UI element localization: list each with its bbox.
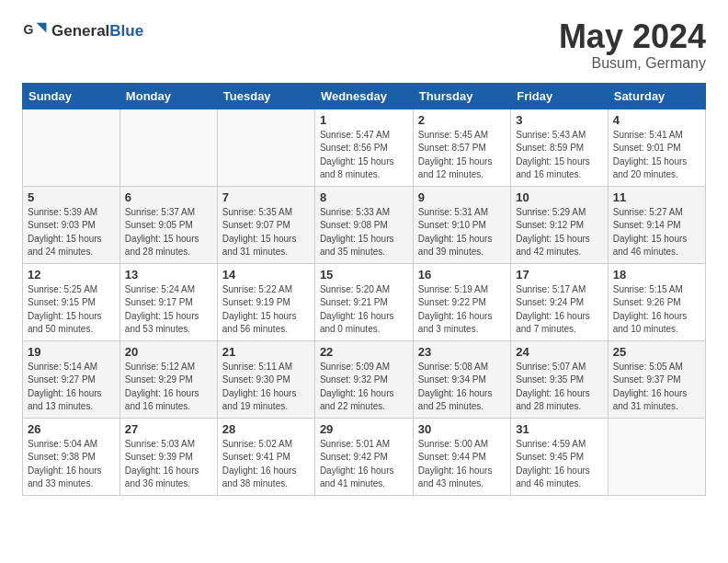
calendar-cell: 8Sunrise: 5:33 AM Sunset: 9:08 PM Daylig…	[314, 186, 413, 263]
calendar-cell: 19Sunrise: 5:14 AM Sunset: 9:27 PM Dayli…	[23, 340, 120, 418]
day-info: Sunrise: 5:12 AM Sunset: 9:29 PM Dayligh…	[125, 361, 212, 414]
logo: G GeneralBlue	[22, 18, 143, 44]
day-info: Sunrise: 5:41 AM Sunset: 9:01 PM Dayligh…	[613, 129, 700, 182]
day-number: 16	[418, 268, 506, 282]
day-number: 4	[613, 113, 700, 127]
day-number: 26	[28, 422, 115, 436]
day-number: 24	[516, 345, 603, 359]
calendar-week-row: 12Sunrise: 5:25 AM Sunset: 9:15 PM Dayli…	[23, 263, 706, 340]
calendar-cell: 4Sunrise: 5:41 AM Sunset: 9:01 PM Daylig…	[608, 109, 705, 186]
calendar-cell: 21Sunrise: 5:11 AM Sunset: 9:30 PM Dayli…	[217, 340, 314, 418]
day-number: 30	[418, 422, 506, 436]
day-info: Sunrise: 5:15 AM Sunset: 9:26 PM Dayligh…	[613, 283, 700, 337]
calendar-cell: 7Sunrise: 5:35 AM Sunset: 9:07 PM Daylig…	[217, 186, 314, 263]
location-subtitle: Busum, Germany	[559, 55, 706, 72]
calendar-cell	[608, 418, 705, 495]
weekday-header-saturday: Saturday	[608, 83, 705, 109]
page-header: G GeneralBlue May 2024 Busum, Germany	[22, 18, 706, 72]
day-number: 6	[125, 190, 212, 204]
calendar-week-row: 19Sunrise: 5:14 AM Sunset: 9:27 PM Dayli…	[23, 340, 706, 418]
weekday-header-tuesday: Tuesday	[217, 83, 314, 109]
day-number: 3	[516, 113, 603, 127]
day-number: 31	[516, 422, 603, 436]
calendar-cell: 25Sunrise: 5:05 AM Sunset: 9:37 PM Dayli…	[608, 340, 705, 418]
day-number: 22	[320, 345, 408, 359]
calendar-cell: 2Sunrise: 5:45 AM Sunset: 8:57 PM Daylig…	[413, 109, 510, 186]
day-info: Sunrise: 5:05 AM Sunset: 9:37 PM Dayligh…	[613, 361, 700, 414]
day-number: 23	[418, 345, 506, 359]
day-info: Sunrise: 5:27 AM Sunset: 9:14 PM Dayligh…	[613, 206, 700, 259]
calendar-cell	[23, 109, 120, 186]
month-title: May 2024	[559, 18, 706, 55]
day-info: Sunrise: 5:37 AM Sunset: 9:05 PM Dayligh…	[125, 206, 212, 259]
day-info: Sunrise: 5:09 AM Sunset: 9:32 PM Dayligh…	[320, 361, 408, 414]
calendar-week-row: 5Sunrise: 5:39 AM Sunset: 9:03 PM Daylig…	[23, 186, 706, 263]
day-info: Sunrise: 5:22 AM Sunset: 9:19 PM Dayligh…	[222, 283, 310, 337]
calendar-cell: 23Sunrise: 5:08 AM Sunset: 9:34 PM Dayli…	[413, 340, 510, 418]
calendar-cell: 16Sunrise: 5:19 AM Sunset: 9:22 PM Dayli…	[413, 263, 510, 340]
day-info: Sunrise: 5:29 AM Sunset: 9:12 PM Dayligh…	[516, 206, 603, 259]
day-info: Sunrise: 4:59 AM Sunset: 9:45 PM Dayligh…	[516, 438, 603, 491]
calendar-cell: 18Sunrise: 5:15 AM Sunset: 9:26 PM Dayli…	[608, 263, 705, 340]
day-number: 28	[222, 422, 310, 436]
calendar-cell: 17Sunrise: 5:17 AM Sunset: 9:24 PM Dayli…	[511, 263, 609, 340]
day-info: Sunrise: 5:08 AM Sunset: 9:34 PM Dayligh…	[418, 361, 506, 414]
calendar-cell: 28Sunrise: 5:02 AM Sunset: 9:41 PM Dayli…	[217, 418, 314, 495]
calendar-cell: 6Sunrise: 5:37 AM Sunset: 9:05 PM Daylig…	[119, 186, 217, 263]
day-number: 1	[320, 113, 408, 127]
day-info: Sunrise: 5:00 AM Sunset: 9:44 PM Dayligh…	[418, 438, 506, 491]
calendar-cell: 1Sunrise: 5:47 AM Sunset: 8:56 PM Daylig…	[314, 109, 413, 186]
calendar-week-row: 26Sunrise: 5:04 AM Sunset: 9:38 PM Dayli…	[23, 418, 706, 495]
day-info: Sunrise: 5:04 AM Sunset: 9:38 PM Dayligh…	[28, 438, 115, 491]
day-info: Sunrise: 5:01 AM Sunset: 9:42 PM Dayligh…	[320, 438, 408, 491]
calendar-cell	[217, 109, 314, 186]
calendar-cell: 9Sunrise: 5:31 AM Sunset: 9:10 PM Daylig…	[413, 186, 510, 263]
logo-icon: G	[22, 18, 48, 44]
day-number: 14	[222, 268, 310, 282]
day-number: 7	[222, 190, 310, 204]
day-info: Sunrise: 5:03 AM Sunset: 9:39 PM Dayligh…	[125, 438, 212, 491]
weekday-header-thursday: Thursday	[413, 83, 510, 109]
day-number: 11	[613, 190, 700, 204]
calendar-table: SundayMondayTuesdayWednesdayThursdayFrid…	[22, 83, 706, 496]
day-info: Sunrise: 5:43 AM Sunset: 8:59 PM Dayligh…	[516, 129, 603, 182]
calendar-cell: 12Sunrise: 5:25 AM Sunset: 9:15 PM Dayli…	[23, 263, 120, 340]
weekday-header-wednesday: Wednesday	[314, 83, 413, 109]
day-number: 27	[125, 422, 212, 436]
calendar-cell: 10Sunrise: 5:29 AM Sunset: 9:12 PM Dayli…	[511, 186, 609, 263]
day-number: 8	[320, 190, 408, 204]
calendar-cell: 26Sunrise: 5:04 AM Sunset: 9:38 PM Dayli…	[23, 418, 120, 495]
weekday-header-monday: Monday	[119, 83, 217, 109]
weekday-header-friday: Friday	[511, 83, 609, 109]
day-number: 5	[28, 190, 115, 204]
weekday-header-sunday: Sunday	[23, 83, 120, 109]
calendar-cell: 27Sunrise: 5:03 AM Sunset: 9:39 PM Dayli…	[119, 418, 217, 495]
day-number: 10	[516, 190, 603, 204]
calendar-cell	[119, 109, 217, 186]
svg-text:G: G	[24, 22, 34, 37]
day-info: Sunrise: 5:31 AM Sunset: 9:10 PM Dayligh…	[418, 206, 506, 259]
calendar-cell: 14Sunrise: 5:22 AM Sunset: 9:19 PM Dayli…	[217, 263, 314, 340]
day-info: Sunrise: 5:47 AM Sunset: 8:56 PM Dayligh…	[320, 129, 408, 182]
day-number: 20	[125, 345, 212, 359]
calendar-cell: 15Sunrise: 5:20 AM Sunset: 9:21 PM Dayli…	[314, 263, 413, 340]
day-info: Sunrise: 5:24 AM Sunset: 9:17 PM Dayligh…	[125, 283, 212, 337]
day-info: Sunrise: 5:35 AM Sunset: 9:07 PM Dayligh…	[222, 206, 310, 259]
day-info: Sunrise: 5:45 AM Sunset: 8:57 PM Dayligh…	[418, 129, 506, 182]
calendar-cell: 5Sunrise: 5:39 AM Sunset: 9:03 PM Daylig…	[23, 186, 120, 263]
day-number: 15	[320, 268, 408, 282]
day-number: 18	[613, 268, 700, 282]
day-info: Sunrise: 5:02 AM Sunset: 9:41 PM Dayligh…	[222, 438, 310, 491]
title-block: May 2024 Busum, Germany	[559, 18, 706, 72]
day-info: Sunrise: 5:33 AM Sunset: 9:08 PM Dayligh…	[320, 206, 408, 259]
calendar-cell: 11Sunrise: 5:27 AM Sunset: 9:14 PM Dayli…	[608, 186, 705, 263]
day-number: 9	[418, 190, 506, 204]
calendar-cell: 13Sunrise: 5:24 AM Sunset: 9:17 PM Dayli…	[119, 263, 217, 340]
calendar-cell: 24Sunrise: 5:07 AM Sunset: 9:35 PM Dayli…	[511, 340, 609, 418]
day-number: 2	[418, 113, 506, 127]
calendar-cell: 20Sunrise: 5:12 AM Sunset: 9:29 PM Dayli…	[119, 340, 217, 418]
day-number: 13	[125, 268, 212, 282]
day-info: Sunrise: 5:25 AM Sunset: 9:15 PM Dayligh…	[28, 283, 115, 337]
logo-general: General	[51, 22, 109, 40]
svg-marker-1	[37, 23, 47, 33]
